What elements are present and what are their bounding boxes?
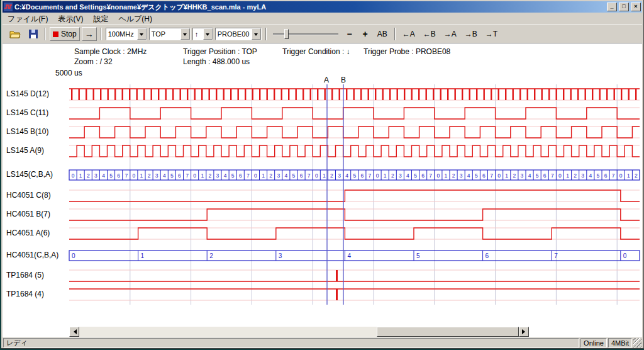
trigger-probe-select[interactable]: PROBE00 [215, 28, 262, 40]
zoom-slider[interactable] [273, 28, 338, 40]
channel-label: HC4051 A(6) [6, 229, 50, 237]
scrollbar-thumb[interactable] [377, 327, 519, 337]
waveform-client-area [3, 43, 642, 337]
trigger-probe-text: Trigger Probe : PROBE08 [364, 47, 450, 56]
goto-b-right-button[interactable]: →B [462, 27, 480, 41]
app-window: C:¥Documents and Settings¥noname¥デスクトップ¥… [1, 0, 644, 349]
channel-label: LS145 A(9) [6, 146, 44, 155]
open-file-button[interactable] [6, 27, 24, 41]
stop-button[interactable]: Stop [50, 27, 80, 41]
trigger-position-value: TOP [150, 30, 180, 38]
stop-button-label: Stop [61, 30, 77, 38]
goto-trigger-button[interactable]: →T [482, 27, 501, 41]
trigger-position-text: Trigger Position : TOP [183, 47, 257, 56]
close-button[interactable]: × [631, 3, 641, 11]
stop-square-icon [53, 31, 58, 37]
channel-label: LS145 C(11) [6, 108, 48, 117]
scrollbar-track[interactable] [79, 327, 519, 337]
channel-label: HC4051(C,B,A) [6, 251, 58, 259]
timebase-label: 5000 us [55, 69, 82, 77]
length-text: Length : 488.000 us [183, 57, 250, 66]
sample-clock-select[interactable]: 100MHz [106, 28, 147, 40]
channel-label: TP1684 (4) [6, 290, 44, 298]
save-floppy-icon [29, 30, 38, 38]
trigger-edge-select[interactable]: ↑ [192, 28, 213, 40]
toolbar-separator [265, 28, 267, 40]
maximize-button[interactable]: □ [619, 3, 629, 11]
run-button[interactable]: → [82, 27, 97, 41]
menu-view[interactable]: 表示(V) [53, 13, 88, 25]
trigger-condition-text: Trigger Condition : ↓ [282, 47, 350, 56]
scroll-left-arrow-icon [71, 329, 77, 334]
status-message: レディ [3, 338, 579, 347]
scroll-left-button[interactable] [69, 327, 79, 337]
title-bar: C:¥Documents and Settings¥noname¥デスクトップ¥… [3, 1, 642, 13]
zoom-slider-track [273, 33, 338, 35]
status-memory: 4MBit [608, 338, 632, 347]
zoom-text: Zoom : / 32 [74, 57, 113, 66]
channel-label: TP1684 (5) [6, 271, 44, 279]
zoom-in-button[interactable]: + [358, 27, 372, 41]
trigger-position-select[interactable]: TOP [149, 28, 191, 40]
menu-file[interactable]: ファイル(F) [3, 13, 53, 25]
trigger-probe-value: PROBE00 [216, 30, 252, 38]
channel-label: LS145 B(10) [6, 127, 48, 136]
zoom-out-button[interactable]: − [343, 27, 357, 41]
menu-bar: ファイル(F) 表示(V) 設定 ヘルプ(H) [3, 13, 642, 25]
menu-settings[interactable]: 設定 [88, 13, 113, 25]
zoom-slider-thumb[interactable] [284, 29, 289, 39]
open-folder-icon [9, 30, 21, 38]
minimize-button[interactable]: _ [607, 3, 617, 11]
goto-a-right-button[interactable]: →A [441, 27, 460, 41]
window-title: C:¥Documents and Settings¥noname¥デスクトップ¥… [14, 3, 605, 12]
goto-b-left-button[interactable]: ←B [420, 27, 439, 41]
ab-cursor-button[interactable]: AB [374, 27, 391, 41]
horizontal-scrollbar[interactable] [69, 327, 529, 337]
sample-clock-text: Sample Clock : 2MHz [74, 47, 147, 56]
goto-a-left-button[interactable]: ←A [399, 27, 418, 41]
toolbar-separator [45, 28, 46, 40]
dropdown-arrow-icon[interactable] [252, 28, 261, 40]
menu-help[interactable]: ヘルプ(H) [113, 13, 157, 25]
scroll-right-button[interactable] [519, 327, 529, 337]
scroll-right-arrow-icon [522, 329, 528, 334]
dropdown-arrow-icon[interactable] [180, 28, 190, 40]
channel-label: LS145 D(12) [6, 89, 49, 98]
channel-label: HC4051 B(7) [6, 210, 50, 218]
cursor-b-label[interactable]: B [341, 76, 346, 84]
save-button[interactable] [26, 27, 41, 41]
status-online: Online [580, 338, 607, 347]
channel-label: HC4051 C(8) [6, 191, 51, 200]
resize-grip[interactable] [633, 338, 641, 347]
status-bar: レディ Online 4MBit [3, 338, 642, 347]
channel-label: LS145(C,B,A) [6, 170, 53, 179]
toolbar-separator [394, 28, 396, 40]
sample-clock-value: 100MHz [106, 30, 137, 38]
cursor-a-label[interactable]: A [324, 76, 329, 84]
trigger-edge-value: ↑ [193, 30, 203, 38]
dropdown-arrow-icon[interactable] [137, 28, 147, 40]
toolbar-separator [101, 28, 102, 40]
app-icon [4, 3, 13, 11]
dropdown-arrow-icon[interactable] [203, 28, 213, 40]
toolbar: Stop → 100MHz TOP ↑ PROBE00 − + AB ←A ←B [3, 25, 642, 43]
